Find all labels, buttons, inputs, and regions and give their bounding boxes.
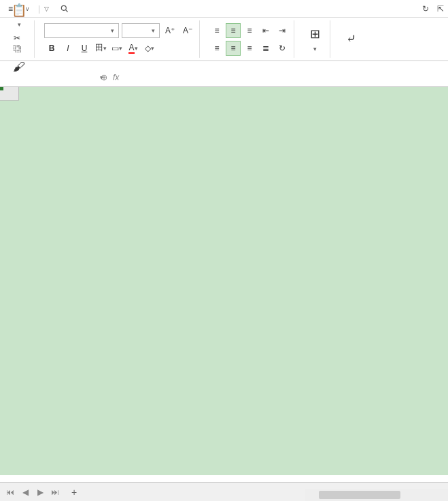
align-top-button[interactable]: ≡ (209, 23, 224, 38)
fx-icon[interactable]: fx (113, 73, 119, 82)
bold-button[interactable]: B (44, 41, 59, 56)
decrease-indent-button[interactable]: ⇤ (258, 23, 273, 38)
paste-icon: 📋 (11, 2, 27, 18)
orientation-button[interactable]: ↻ (275, 41, 290, 56)
select-all-corner[interactable] (0, 87, 19, 101)
increase-indent-button[interactable]: ⇥ (275, 23, 290, 38)
scissors-icon: ✂ (14, 33, 20, 43)
fill-color-button[interactable]: ▭▾ (109, 41, 124, 56)
align-justify-button[interactable]: ≣ (258, 41, 273, 56)
zoom-icon[interactable]: ⊕ (101, 73, 107, 82)
clear-format-button[interactable]: ◇▾ (142, 41, 157, 56)
sheet-nav-next[interactable]: ▶ (33, 485, 48, 500)
merge-icon: ⊞ (307, 26, 323, 42)
align-middle-button[interactable]: ≡ (226, 23, 241, 38)
align-left-button[interactable]: ≡ (209, 41, 224, 56)
merge-button[interactable]: ⊞ ▾ (304, 24, 326, 54)
align-right-button[interactable]: ≡ (242, 41, 257, 56)
align-center-button[interactable]: ≡ (226, 41, 241, 56)
wrap-button[interactable]: ⤶ (340, 29, 362, 50)
font-color-button[interactable]: A▾ (126, 41, 141, 56)
copy-icon: ⿻ (14, 44, 22, 54)
paste-button[interactable]: 📋 ▾ (8, 1, 30, 29)
sheet-nav-prev[interactable]: ◀ (18, 485, 33, 500)
search-icon (60, 4, 69, 14)
increase-font-button[interactable]: A⁺ (162, 23, 177, 38)
font-size-select[interactable]: ▾ (122, 23, 160, 38)
border-button[interactable]: 田▾ (93, 41, 108, 56)
name-box-input[interactable] (0, 73, 94, 82)
cut-button[interactable]: ✂ (14, 33, 24, 43)
font-name-select[interactable]: ▾ (44, 23, 119, 38)
add-sheet-button[interactable]: + (65, 487, 83, 498)
underline-button[interactable]: U (77, 41, 92, 56)
sheet-nav-last[interactable]: ⏭ (48, 485, 63, 500)
align-bottom-button[interactable]: ≡ (242, 23, 257, 38)
cloud-sync-icon[interactable]: ↻ (422, 4, 429, 14)
wrap-icon: ⤶ (343, 31, 359, 47)
svg-line-1 (66, 10, 68, 12)
horizontal-scrollbar[interactable] (305, 489, 448, 501)
sheet-nav-first[interactable]: ⏮ (3, 485, 18, 500)
copy-button[interactable]: ⿻ (14, 44, 24, 54)
share-icon[interactable]: ⇱ (437, 4, 444, 14)
decrease-font-button[interactable]: A⁻ (180, 23, 195, 38)
svg-point-0 (61, 5, 66, 10)
italic-button[interactable]: I (61, 41, 75, 56)
qat-dropdown[interactable]: ▽ (44, 5, 49, 12)
formula-input[interactable] (124, 68, 448, 86)
search-button[interactable] (60, 4, 72, 14)
